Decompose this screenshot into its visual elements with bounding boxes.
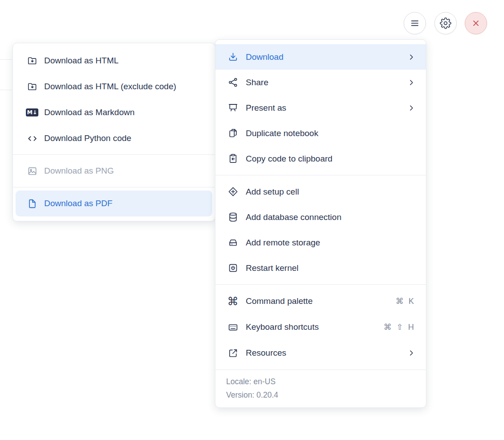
menu-item-label: Add remote storage xyxy=(246,238,320,248)
download-icon xyxy=(227,51,239,63)
settings-button[interactable] xyxy=(434,12,457,34)
chevron-right-icon xyxy=(407,104,415,112)
gear-icon xyxy=(440,17,451,29)
menu-item-label: Download as HTML (exclude code) xyxy=(44,82,176,91)
hamburger-menu-button[interactable] xyxy=(404,12,426,34)
menu-item-present-as[interactable]: Present as xyxy=(215,95,426,120)
menu-divider xyxy=(13,187,215,187)
menu-item-label: Duplicate notebook xyxy=(246,129,318,138)
menu-item-label: Resources xyxy=(246,348,286,358)
locale-text: Locale: en-US xyxy=(226,375,415,388)
menu-item-share[interactable]: Share xyxy=(215,70,426,95)
hamburger-icon xyxy=(409,18,420,29)
command-icon: ⌘ xyxy=(227,295,239,307)
menu-item-download[interactable]: Download xyxy=(215,44,426,70)
image-icon xyxy=(26,165,38,177)
menu-item-add-setup-cell[interactable]: Add setup cell xyxy=(215,179,426,204)
menu-footer: Locale: en-US Version: 0.20.4 xyxy=(215,369,426,407)
duplicate-icon xyxy=(227,128,239,139)
menu-item-label: Copy code to clipboard xyxy=(246,154,332,164)
chevron-right-icon xyxy=(407,53,415,61)
menu-item-label: Download xyxy=(246,52,284,62)
clipboard-copy-icon xyxy=(227,153,239,165)
menu-item-label: Share xyxy=(246,78,269,87)
menu-item-add-database-connection[interactable]: Add database connection xyxy=(215,204,426,230)
markdown-icon: M↓ xyxy=(26,107,38,118)
menu-item-label: Download as PNG xyxy=(44,166,114,176)
menu-item-restart-kernel[interactable]: Restart kernel xyxy=(215,255,426,281)
presentation-icon xyxy=(227,102,239,114)
menu-item-download-python-code[interactable]: Download Python code xyxy=(13,125,215,151)
keyboard-icon xyxy=(227,321,239,333)
menu-item-label: Present as xyxy=(246,103,286,113)
menu-divider xyxy=(215,284,426,285)
chevron-right-icon xyxy=(407,349,415,357)
menu-item-label: Download as Markdown xyxy=(44,108,135,117)
shortcut-label: ⌘ ⇧ H xyxy=(384,322,415,332)
background-panel-edge xyxy=(0,90,12,90)
menu-item-command-palette[interactable]: ⌘ Command palette ⌘ K xyxy=(215,288,426,314)
menu-divider xyxy=(13,154,215,155)
power-icon xyxy=(227,262,239,274)
menu-item-download-as-png: Download as PNG xyxy=(13,158,215,184)
database-icon xyxy=(227,212,239,223)
menu-item-label: Download Python code xyxy=(44,133,131,143)
menu-divider xyxy=(215,175,426,175)
close-icon xyxy=(471,18,481,28)
download-submenu: Download as HTML Download as HTML (exclu… xyxy=(12,43,215,221)
menu-item-duplicate-notebook[interactable]: Duplicate notebook xyxy=(215,120,426,146)
menu-item-label: Add database connection xyxy=(246,212,341,222)
menu-item-copy-code-to-clipboard[interactable]: Copy code to clipboard xyxy=(215,146,426,171)
menu-item-download-as-html[interactable]: Download as HTML xyxy=(13,48,215,74)
menu-item-label: Restart kernel xyxy=(246,263,298,273)
menu-item-add-remote-storage[interactable]: Add remote storage xyxy=(215,230,426,255)
share-icon xyxy=(227,77,239,88)
menu-item-label: Add setup cell xyxy=(246,187,299,197)
file-icon xyxy=(26,198,38,209)
external-link-icon xyxy=(227,347,239,359)
storage-drive-icon xyxy=(227,237,239,249)
menu-item-label: Command palette xyxy=(246,296,313,306)
menu-item-label: Keyboard shortcuts xyxy=(246,322,319,332)
folder-download-icon xyxy=(26,81,38,92)
menu-item-resources[interactable]: Resources xyxy=(215,340,426,366)
menu-item-label: Download as HTML xyxy=(44,56,119,66)
background-panel-edge xyxy=(0,59,12,60)
menu-item-label: Download as PDF xyxy=(44,199,112,208)
close-button[interactable] xyxy=(465,12,487,34)
notebook-menu: Download Share xyxy=(215,39,426,408)
folder-download-icon xyxy=(26,55,38,66)
chevron-right-icon xyxy=(407,79,415,87)
menu-item-keyboard-shortcuts[interactable]: Keyboard shortcuts ⌘ ⇧ H xyxy=(215,314,426,340)
menu-item-download-as-markdown[interactable]: M↓ Download as Markdown xyxy=(13,100,215,125)
shortcut-label: ⌘ K xyxy=(396,296,415,306)
version-text: Version: 0.20.4 xyxy=(226,388,415,402)
menu-item-download-as-pdf[interactable]: Download as PDF xyxy=(16,191,212,216)
menu-item-download-as-html-exclude-code[interactable]: Download as HTML (exclude code) xyxy=(13,74,215,100)
code-icon xyxy=(26,133,38,144)
diamond-plus-icon xyxy=(227,186,239,198)
